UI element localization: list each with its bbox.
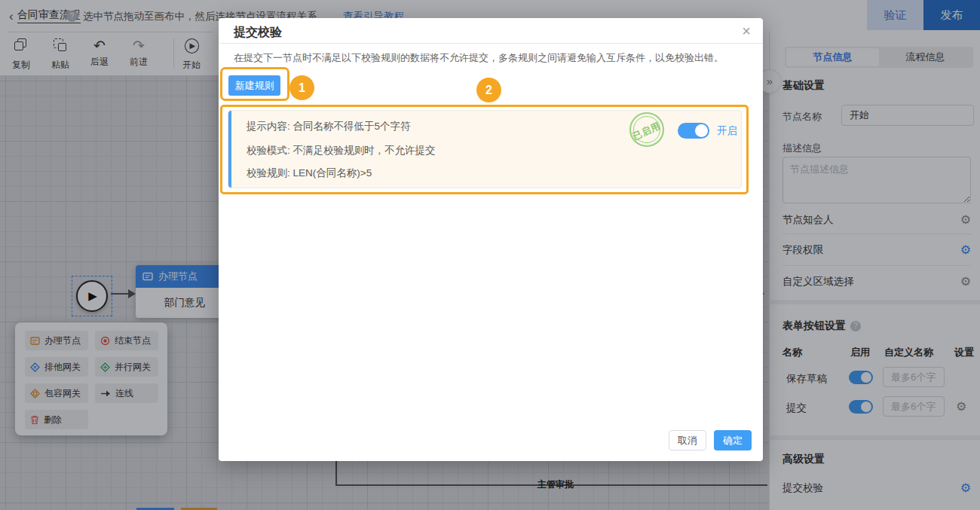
close-icon[interactable]: × [742, 23, 751, 38]
dialog-header-divider [219, 43, 763, 44]
submit-validation-dialog: 提交校验 × 在提交下一节点时不满足以下校验规则的数据将不允许提交，多条规则之间… [219, 18, 763, 461]
rule-mode-text: 校验模式: 不满足校验规则时，不允许提交 [247, 144, 436, 157]
dialog-description: 在提交下一节点时不满足以下校验规则的数据将不允许提交，多条规则之间请避免输入互斥… [234, 51, 750, 65]
rule-expression-text: 校验规则: LEN(合同名称)>5 [247, 166, 372, 180]
enabled-stamp-text: 已启用 [629, 119, 663, 144]
rule-card-accent-stripe [228, 111, 231, 188]
rule-tip-text: 提示内容: 合同名称不得低于5个字符 [247, 120, 411, 133]
cancel-button[interactable]: 取消 [669, 430, 706, 450]
rule-toggle-label: 开启 [717, 124, 737, 138]
validation-rule-card[interactable]: 提示内容: 合同名称不得低于5个字符 校验模式: 不满足校验规则时，不允许提交 … [228, 110, 742, 188]
new-rule-button[interactable]: 新建规则 [228, 75, 280, 96]
app-root: ‹ 合同审查流程 ? 选中节点拖动至画布中，然后连接节点设置流程关系 查看引导教… [0, 0, 980, 510]
enabled-stamp: 已启用 [629, 112, 664, 147]
rule-enable-toggle[interactable] [678, 123, 709, 139]
dialog-title: 提交校验 [234, 25, 282, 41]
confirm-button[interactable]: 确定 [714, 430, 752, 450]
